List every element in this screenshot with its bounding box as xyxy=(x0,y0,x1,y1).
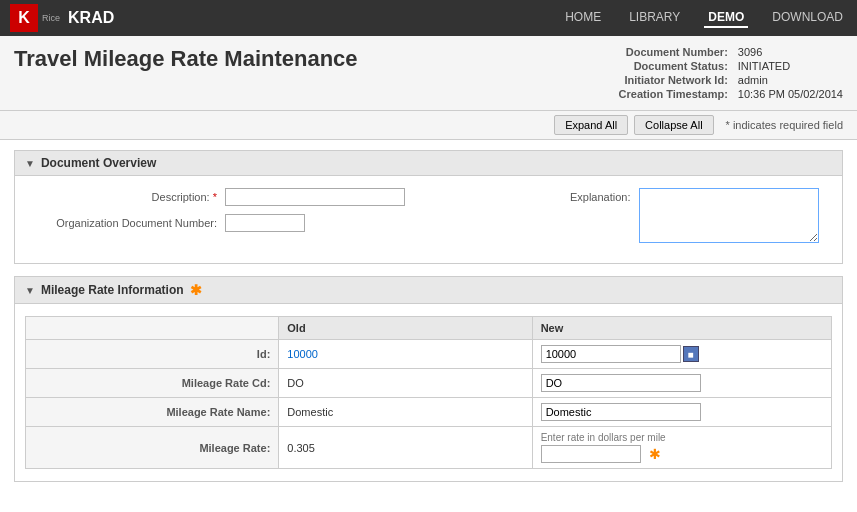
mileage-rate-hint: Enter rate in dollars per mile xyxy=(541,432,823,443)
document-overview-title: Document Overview xyxy=(41,156,156,170)
org-doc-number-row: Organization Document Number: xyxy=(25,214,419,232)
logo-sub: Rice xyxy=(42,13,60,23)
mileage-rate-title: Mileage Rate Information xyxy=(41,283,184,297)
id-input-group: ■ xyxy=(541,345,823,363)
description-row: Description: xyxy=(25,188,419,206)
form-col-right: Explanation: xyxy=(439,188,833,251)
logo-icon: K xyxy=(10,4,38,32)
app-name: KRAD xyxy=(68,9,114,27)
description-input[interactable] xyxy=(225,188,405,206)
mileage-name-label: Mileage Rate Name: xyxy=(26,398,279,427)
main-content: ▼ Document Overview Description: Organiz… xyxy=(0,140,857,504)
explanation-label: Explanation: xyxy=(439,188,639,203)
id-lookup-button[interactable]: ■ xyxy=(683,346,699,362)
nav-links: HOME LIBRARY DEMO DOWNLOAD xyxy=(561,8,847,28)
section-toggle-icon: ▼ xyxy=(25,158,35,169)
table-row: Id: 10000 ■ xyxy=(26,340,832,369)
mileage-name-input[interactable] xyxy=(541,403,701,421)
explanation-row: Explanation: xyxy=(439,188,833,243)
nav-download[interactable]: DOWNLOAD xyxy=(768,8,847,28)
mileage-cd-input[interactable] xyxy=(541,374,701,392)
table-header-empty xyxy=(26,317,279,340)
mileage-rate-table: Old New Id: 10000 ■ xyxy=(25,316,832,469)
explanation-textarea[interactable] xyxy=(639,188,819,243)
initiator-label: Initiator Network Id: xyxy=(619,74,728,86)
mileage-name-new-cell xyxy=(532,398,831,427)
page-header: Travel Mileage Rate Maintenance Document… xyxy=(0,36,857,111)
document-overview-header[interactable]: ▼ Document Overview xyxy=(15,151,842,176)
id-link[interactable]: 10000 xyxy=(287,348,318,360)
org-doc-number-label: Organization Document Number: xyxy=(25,214,225,229)
document-overview-form: Description: Organization Document Numbe… xyxy=(25,188,832,251)
form-col-left: Description: Organization Document Numbe… xyxy=(25,188,419,251)
document-overview-body: Description: Organization Document Numbe… xyxy=(15,176,842,263)
id-new-input[interactable] xyxy=(541,345,681,363)
nav-demo[interactable]: DEMO xyxy=(704,8,748,28)
collapse-all-button[interactable]: Collapse All xyxy=(634,115,713,135)
mileage-rate-header[interactable]: ▼ Mileage Rate Information ✱ xyxy=(15,277,842,304)
description-label: Description: xyxy=(25,188,225,203)
mileage-rate-label: Mileage Rate: xyxy=(26,427,279,469)
mileage-rate-input-group: ✱ xyxy=(541,445,823,463)
table-row: Mileage Rate: 0.305 Enter rate in dollar… xyxy=(26,427,832,469)
id-new-cell: ■ xyxy=(532,340,831,369)
mileage-rate-old-value: 0.305 xyxy=(279,427,532,469)
table-row: Mileage Rate Name: Domestic xyxy=(26,398,832,427)
nav-library[interactable]: LIBRARY xyxy=(625,8,684,28)
mileage-cd-label: Mileage Rate Cd: xyxy=(26,369,279,398)
id-label: Id: xyxy=(26,340,279,369)
mileage-cd-old-value: DO xyxy=(279,369,532,398)
creation-label: Creation Timestamp: xyxy=(619,88,728,100)
mileage-name-old-value: Domestic xyxy=(279,398,532,427)
doc-number-label: Document Number: xyxy=(619,46,728,58)
logo-area: K Rice KRAD xyxy=(10,4,114,32)
doc-status-value: INITIATED xyxy=(738,60,843,72)
mileage-rate-section: ▼ Mileage Rate Information ✱ Old New Id: xyxy=(14,276,843,482)
doc-number-value: 3096 xyxy=(738,46,843,58)
mileage-rate-input[interactable] xyxy=(541,445,641,463)
mileage-section-toggle-icon: ▼ xyxy=(25,285,35,296)
document-overview-section: ▼ Document Overview Description: Organiz… xyxy=(14,150,843,264)
id-old-value: 10000 xyxy=(279,340,532,369)
mileage-cd-new-cell xyxy=(532,369,831,398)
expand-all-button[interactable]: Expand All xyxy=(554,115,628,135)
mileage-rate-new-cell: Enter rate in dollars per mile ✱ xyxy=(532,427,831,469)
page-title: Travel Mileage Rate Maintenance xyxy=(14,46,358,72)
mileage-required-star: ✱ xyxy=(190,282,202,298)
mileage-rate-required-star: ✱ xyxy=(649,446,661,462)
doc-info: Document Number: 3096 Document Status: I… xyxy=(619,46,843,100)
table-row: Mileage Rate Cd: DO xyxy=(26,369,832,398)
toolbar: Expand All Collapse All * indicates requ… xyxy=(0,111,857,140)
initiator-value: admin xyxy=(738,74,843,86)
creation-value: 10:36 PM 05/02/2014 xyxy=(738,88,843,100)
table-header-old: Old xyxy=(279,317,532,340)
org-doc-number-input[interactable] xyxy=(225,214,305,232)
mileage-rate-body: Old New Id: 10000 ■ xyxy=(15,304,842,481)
doc-status-label: Document Status: xyxy=(619,60,728,72)
top-navigation: K Rice KRAD HOME LIBRARY DEMO DOWNLOAD xyxy=(0,0,857,36)
table-header-new: New xyxy=(532,317,831,340)
nav-home[interactable]: HOME xyxy=(561,8,605,28)
required-note: * indicates required field xyxy=(726,119,843,131)
